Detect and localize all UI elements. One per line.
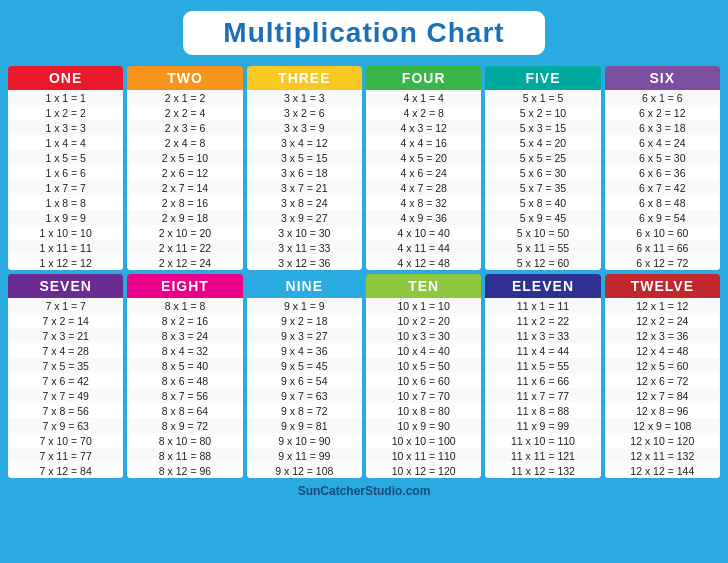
row-item: 4 x 3 = 12 [366, 120, 481, 135]
row-item: 9 x 1 = 9 [247, 298, 362, 313]
row-item: 12 x 6 = 72 [605, 373, 720, 388]
row-item: 11 x 9 = 99 [485, 418, 600, 433]
row-item: 4 x 10 = 40 [366, 225, 481, 240]
row-item: 3 x 3 = 9 [247, 120, 362, 135]
row-item: 7 x 5 = 35 [8, 358, 123, 373]
section-body-three: 3 x 1 = 33 x 2 = 63 x 3 = 93 x 4 = 123 x… [247, 90, 362, 270]
row-item: 6 x 7 = 42 [605, 180, 720, 195]
row-item: 4 x 7 = 28 [366, 180, 481, 195]
row-item: 12 x 12 = 144 [605, 463, 720, 478]
row-item: 5 x 6 = 30 [485, 165, 600, 180]
row-item: 1 x 12 = 12 [8, 255, 123, 270]
section-header-five: FIVE [485, 66, 600, 90]
row-item: 7 x 9 = 63 [8, 418, 123, 433]
row-item: 10 x 11 = 110 [366, 448, 481, 463]
section-header-three: THREE [247, 66, 362, 90]
row-item: 12 x 9 = 108 [605, 418, 720, 433]
row-item: 3 x 1 = 3 [247, 90, 362, 105]
row-item: 8 x 12 = 96 [127, 463, 242, 478]
section-header-six: SIX [605, 66, 720, 90]
row-item: 7 x 2 = 14 [8, 313, 123, 328]
row-item: 3 x 11 = 33 [247, 240, 362, 255]
row-item: 8 x 1 = 8 [127, 298, 242, 313]
row-item: 1 x 4 = 4 [8, 135, 123, 150]
row-item: 2 x 9 = 18 [127, 210, 242, 225]
row-item: 7 x 8 = 56 [8, 403, 123, 418]
row-item: 10 x 5 = 50 [366, 358, 481, 373]
row-item: 8 x 4 = 32 [127, 343, 242, 358]
row-item: 9 x 3 = 27 [247, 328, 362, 343]
row-item: 1 x 11 = 11 [8, 240, 123, 255]
section-header-twelve: TWELVE [605, 274, 720, 298]
row-item: 5 x 1 = 5 [485, 90, 600, 105]
row-item: 6 x 1 = 6 [605, 90, 720, 105]
row-item: 11 x 7 = 77 [485, 388, 600, 403]
row-item: 4 x 8 = 32 [366, 195, 481, 210]
section-header-four: FOUR [366, 66, 481, 90]
row-item: 10 x 10 = 100 [366, 433, 481, 448]
row-item: 3 x 8 = 24 [247, 195, 362, 210]
row-item: 1 x 9 = 9 [8, 210, 123, 225]
row-item: 9 x 2 = 18 [247, 313, 362, 328]
row-item: 3 x 5 = 15 [247, 150, 362, 165]
row-item: 4 x 5 = 20 [366, 150, 481, 165]
row-item: 11 x 12 = 132 [485, 463, 600, 478]
section-seven: SEVEN7 x 1 = 77 x 2 = 147 x 3 = 217 x 4 … [8, 274, 123, 478]
row-item: 8 x 5 = 40 [127, 358, 242, 373]
row-item: 6 x 9 = 54 [605, 210, 720, 225]
row-item: 9 x 10 = 90 [247, 433, 362, 448]
row-item: 6 x 11 = 66 [605, 240, 720, 255]
row-item: 1 x 5 = 5 [8, 150, 123, 165]
row-item: 2 x 2 = 4 [127, 105, 242, 120]
section-ten: TEN10 x 1 = 1010 x 2 = 2010 x 3 = 3010 x… [366, 274, 481, 478]
row-item: 8 x 3 = 24 [127, 328, 242, 343]
row-item: 6 x 6 = 36 [605, 165, 720, 180]
section-body-two: 2 x 1 = 22 x 2 = 42 x 3 = 62 x 4 = 82 x … [127, 90, 242, 270]
footer-label: SunCatcherStudio.com [298, 484, 431, 498]
row-item: 10 x 7 = 70 [366, 388, 481, 403]
row-item: 3 x 7 = 21 [247, 180, 362, 195]
row-item: 6 x 8 = 48 [605, 195, 720, 210]
row-item: 1 x 3 = 3 [8, 120, 123, 135]
row-item: 10 x 3 = 30 [366, 328, 481, 343]
section-header-one: ONE [8, 66, 123, 90]
row-item: 11 x 10 = 110 [485, 433, 600, 448]
row-item: 2 x 10 = 20 [127, 225, 242, 240]
row-item: 10 x 9 = 90 [366, 418, 481, 433]
row-item: 7 x 4 = 28 [8, 343, 123, 358]
row-item: 12 x 2 = 24 [605, 313, 720, 328]
row-item: 3 x 4 = 12 [247, 135, 362, 150]
row-item: 5 x 10 = 50 [485, 225, 600, 240]
row-item: 2 x 1 = 2 [127, 90, 242, 105]
row-item: 11 x 3 = 33 [485, 328, 600, 343]
row-item: 12 x 5 = 60 [605, 358, 720, 373]
row-item: 11 x 11 = 121 [485, 448, 600, 463]
section-header-ten: TEN [366, 274, 481, 298]
row-item: 6 x 12 = 72 [605, 255, 720, 270]
row-item: 11 x 4 = 44 [485, 343, 600, 358]
row-item: 11 x 8 = 88 [485, 403, 600, 418]
row-item: 1 x 10 = 10 [8, 225, 123, 240]
multiplication-chart: ONE1 x 1 = 11 x 2 = 21 x 3 = 31 x 4 = 41… [8, 66, 720, 478]
section-body-nine: 9 x 1 = 99 x 2 = 189 x 3 = 279 x 4 = 369… [247, 298, 362, 478]
section-body-one: 1 x 1 = 11 x 2 = 21 x 3 = 31 x 4 = 41 x … [8, 90, 123, 270]
row-item: 6 x 10 = 60 [605, 225, 720, 240]
row-item: 7 x 1 = 7 [8, 298, 123, 313]
section-eleven: ELEVEN11 x 1 = 1111 x 2 = 2211 x 3 = 331… [485, 274, 600, 478]
row-item: 7 x 12 = 84 [8, 463, 123, 478]
row-item: 8 x 8 = 64 [127, 403, 242, 418]
section-eight: EIGHT8 x 1 = 88 x 2 = 168 x 3 = 248 x 4 … [127, 274, 242, 478]
row-item: 5 x 3 = 15 [485, 120, 600, 135]
row-item: 6 x 4 = 24 [605, 135, 720, 150]
row-item: 11 x 5 = 55 [485, 358, 600, 373]
row-item: 3 x 12 = 36 [247, 255, 362, 270]
row-item: 2 x 12 = 24 [127, 255, 242, 270]
row-item: 2 x 7 = 14 [127, 180, 242, 195]
row-item: 5 x 7 = 35 [485, 180, 600, 195]
row-item: 10 x 6 = 60 [366, 373, 481, 388]
section-body-eleven: 11 x 1 = 1111 x 2 = 2211 x 3 = 3311 x 4 … [485, 298, 600, 478]
row-item: 3 x 6 = 18 [247, 165, 362, 180]
row-item: 1 x 2 = 2 [8, 105, 123, 120]
row-item: 1 x 7 = 7 [8, 180, 123, 195]
row-item: 2 x 11 = 22 [127, 240, 242, 255]
